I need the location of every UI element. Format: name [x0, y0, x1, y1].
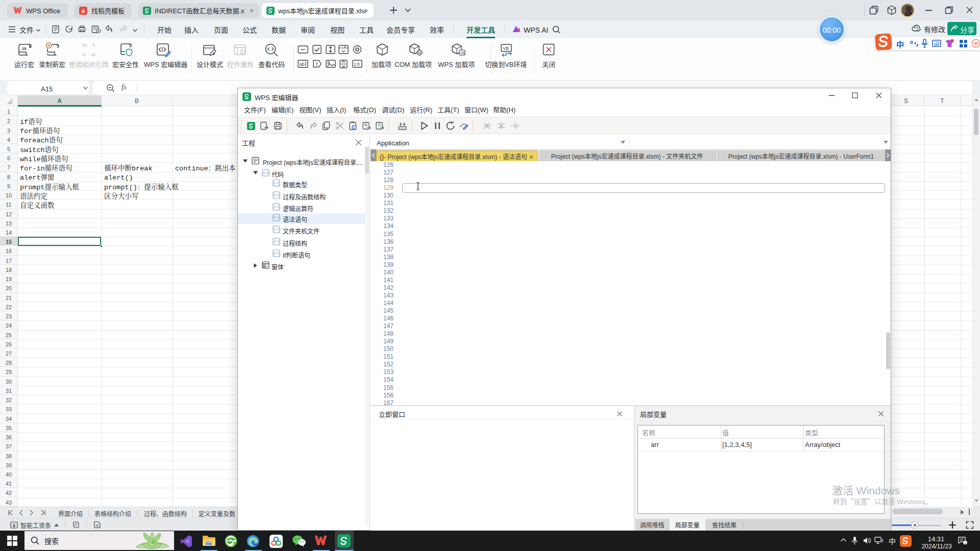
svg-text:1:0: 1:0 — [354, 62, 360, 67]
svg-text:1: 1 — [965, 541, 966, 544]
svg-text:T: T — [315, 61, 318, 67]
svg-text:JS: JS — [460, 51, 465, 55]
svg-text:ab: ab — [300, 62, 305, 67]
svg-text:JS: JS — [21, 46, 27, 51]
svg-text:JS: JS — [74, 523, 78, 526]
svg-text:VB: VB — [503, 46, 509, 51]
